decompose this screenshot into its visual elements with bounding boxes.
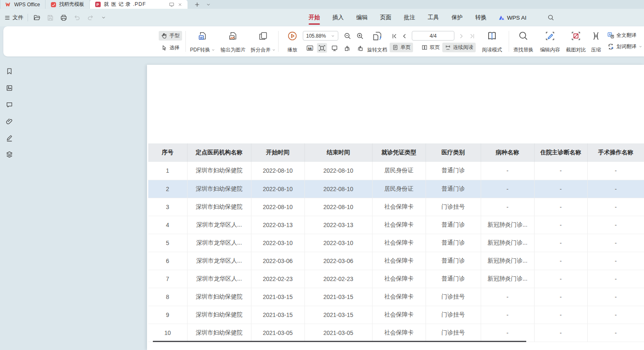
cursor-icon xyxy=(161,45,167,51)
rotate-document-button[interactable]: 旋转文档 xyxy=(363,30,391,54)
compress-button[interactable]: 压缩 xyxy=(586,30,606,54)
single-page-icon xyxy=(392,44,398,51)
table-cell: 深圳市龙华区人... xyxy=(187,270,251,288)
table-cell: 2022-03-13 xyxy=(304,216,372,234)
play-button[interactable]: 播放 xyxy=(281,30,303,54)
single-page-view-button[interactable]: 单页 xyxy=(390,43,413,52)
menu-tab-1[interactable]: 插入 xyxy=(332,14,344,21)
table-cell: 2022-02-23 xyxy=(304,270,372,288)
zoom-level-select[interactable]: 105.88% xyxy=(303,31,338,41)
table-row[interactable]: 3深圳市妇幼保健院2022-08-102022-08-10社会保障卡门诊挂号--… xyxy=(148,198,644,216)
double-page-icon xyxy=(421,44,428,51)
tab-docer[interactable]: 找稻壳模板 xyxy=(46,0,90,9)
edit-content-button[interactable]: 编辑内容 xyxy=(537,30,563,54)
table-body: 1深圳市妇幼保健院2022-08-102022-08-10居民身份证普通门诊--… xyxy=(148,162,644,342)
tab-document[interactable]: P 就 医 记 录 .PDF xyxy=(90,0,188,9)
menu-tab-6[interactable]: 保护 xyxy=(451,14,463,21)
previous-page-button[interactable] xyxy=(400,31,408,41)
close-tab-icon[interactable] xyxy=(177,2,183,7)
read-mode-button[interactable]: 阅读模式 xyxy=(479,30,505,54)
table-row[interactable]: 10深圳市妇幼保健院2021-03-052021-03-05社会保障卡门诊挂号-… xyxy=(148,324,644,342)
wps-logo-icon xyxy=(5,2,11,8)
continuous-reading-button[interactable]: 连续阅读 xyxy=(442,43,476,52)
screenshot-compare-button[interactable]: 截图对比 xyxy=(563,30,589,54)
file-menu-button[interactable]: 文件 xyxy=(4,14,23,21)
table-row[interactable]: 9深圳市妇幼保健院2021-03-152021-03-15社会保障卡门诊挂号--… xyxy=(148,306,644,324)
redo-icon[interactable] xyxy=(86,13,95,22)
zoom-out-button[interactable] xyxy=(342,31,352,41)
table-cell: 新冠肺炎门诊... xyxy=(481,216,534,234)
full-translate-button[interactable]: A 全文翻译 xyxy=(607,32,636,39)
zoom-level-value: 105.88% xyxy=(306,33,326,39)
comment-panel-icon[interactable] xyxy=(5,100,13,109)
table-row[interactable]: 4深圳市龙华区人...2022-03-132022-03-13社会保障卡普通门诊… xyxy=(148,216,644,234)
new-tab-icon[interactable] xyxy=(194,2,200,8)
print-icon[interactable] xyxy=(59,13,68,22)
menu-tab-2[interactable]: 编辑 xyxy=(356,14,368,21)
divider xyxy=(185,31,186,52)
table-row[interactable]: 2深圳市妇幼保健院2022-08-102022-08-10居民身份证普通门诊--… xyxy=(148,180,644,198)
table-cell: 2022-08-10 xyxy=(251,162,304,180)
fit-width-button[interactable] xyxy=(317,43,327,53)
table-cell: - xyxy=(587,252,644,270)
tab-list-chevron-icon[interactable] xyxy=(206,2,211,7)
find-replace-button[interactable]: 查找替换 xyxy=(510,30,536,54)
full-translate-label: 全文翻译 xyxy=(616,32,636,39)
divider xyxy=(28,14,28,21)
column-header: 医疗类别 xyxy=(426,143,481,162)
table-cell: 2022-03-06 xyxy=(251,252,304,270)
continuous-reading-label: 连续阅读 xyxy=(453,44,473,51)
screenshot-compare-icon xyxy=(571,30,581,42)
thumbnail-panel-icon[interactable] xyxy=(5,84,13,92)
menu-tab-0[interactable]: 开始 xyxy=(309,14,320,21)
monitor-icon[interactable] xyxy=(169,2,175,8)
actual-size-button[interactable]: 1:1 xyxy=(305,43,315,53)
table-cell: 社会保障卡 xyxy=(372,234,426,252)
menu-items: 开始插入编辑页面批注工具保护转换 xyxy=(309,14,487,21)
table-row[interactable]: 5深圳市龙华区人...2022-03-102022-03-10社会保障卡普通门诊… xyxy=(148,234,644,252)
bookmark-panel-icon[interactable] xyxy=(5,67,13,75)
tab-wps-office[interactable]: WPS Office xyxy=(0,0,46,9)
annotate-pen-panel-icon[interactable] xyxy=(5,134,13,142)
split-merge-button[interactable]: 拆分合并 xyxy=(249,30,277,54)
first-page-button[interactable] xyxy=(390,31,398,41)
layers-panel-icon[interactable] xyxy=(5,150,13,158)
table-row[interactable]: 7深圳市龙华区人...2022-02-232022-02-23社会保障卡普通门诊… xyxy=(148,270,644,288)
word-translate-label: 划词翻译 xyxy=(616,43,636,50)
save-icon[interactable] xyxy=(46,13,55,22)
table-row[interactable]: 8深圳市妇幼保健院2021-03-152021-03-15社会保障卡门诊挂号--… xyxy=(148,288,644,306)
menu-tab-7[interactable]: 转换 xyxy=(475,14,487,21)
menu-tab-4[interactable]: 批注 xyxy=(404,14,415,21)
table-row[interactable]: 1深圳市妇幼保健院2022-08-102022-08-10居民身份证普通门诊--… xyxy=(148,162,644,180)
menu-bar: 文件 开始插入编辑页面批注工具保护转换 xyxy=(0,9,644,26)
menu-tab-3[interactable]: 页面 xyxy=(380,14,391,21)
table-cell: 1 xyxy=(148,162,187,180)
hand-tool-button[interactable]: 手型 xyxy=(159,31,182,41)
table-cell: - xyxy=(587,216,644,234)
export-image-button[interactable]: 输出为图片 xyxy=(217,30,249,54)
table-row[interactable]: 6深圳市龙华区人...2022-03-062022-03-06社会保障卡普通门诊… xyxy=(148,252,644,270)
global-search-icon[interactable] xyxy=(548,14,554,21)
table-cell: 深圳市妇幼保健院 xyxy=(187,306,251,324)
select-tool-button[interactable]: 选择 xyxy=(159,43,182,53)
page-indicator-input[interactable] xyxy=(412,31,454,41)
next-page-button[interactable] xyxy=(457,31,465,41)
menu-tab-5[interactable]: 工具 xyxy=(428,14,439,21)
undo-history-chevron-icon[interactable] xyxy=(99,13,108,22)
undo-icon[interactable] xyxy=(72,13,81,22)
rotate-left-button[interactable] xyxy=(342,43,352,53)
word-translate-button[interactable]: A文 划词翻译 xyxy=(607,43,642,50)
ribbon-toolbar: 手型 选择 W PDF转换 输出为图片 拆分合并 播放 xyxy=(3,26,644,56)
table-cell: - xyxy=(534,198,587,216)
wps-ai-button[interactable]: WPS AI xyxy=(498,15,527,21)
table-cell: 9 xyxy=(148,306,187,324)
divider xyxy=(278,31,279,52)
pdf-convert-label: PDF转换 xyxy=(190,46,210,54)
last-page-button[interactable] xyxy=(468,31,476,41)
fit-page-button[interactable] xyxy=(330,43,340,53)
pdf-convert-button[interactable]: W PDF转换 xyxy=(187,30,218,54)
attachment-panel-icon[interactable] xyxy=(5,117,13,125)
open-file-icon[interactable] xyxy=(32,13,41,22)
export-image-label: 输出为图片 xyxy=(221,46,246,54)
wps-ai-label: WPS AI xyxy=(507,15,527,21)
